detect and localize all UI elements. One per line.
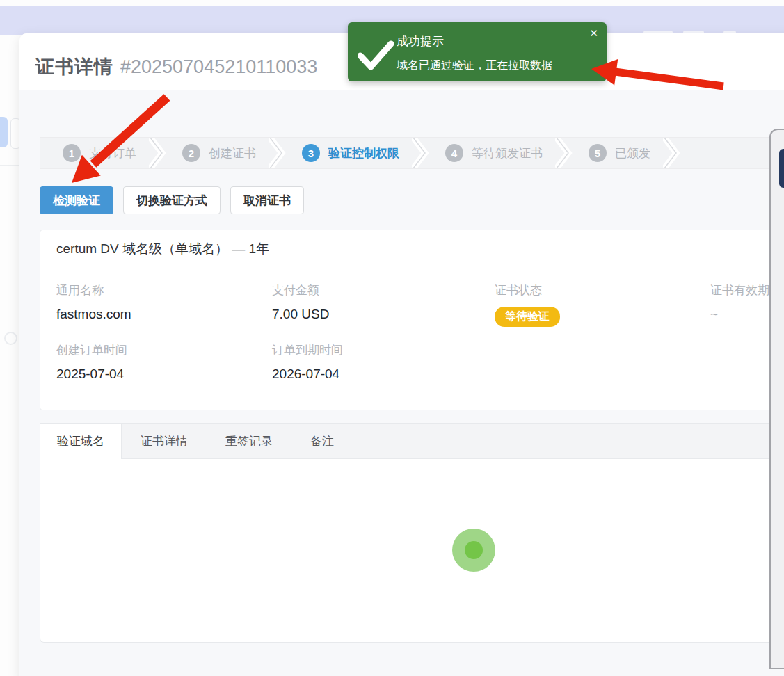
step-number-badge: 3: [302, 144, 320, 162]
field-payment-amount: 支付金额 7.00 USD: [272, 282, 495, 327]
switch-verification-method-button[interactable]: 切换验证方式: [123, 186, 221, 214]
modal-body: 1 支付订单 2 创建证书 3 验证控制权限 4 等待颁发证书: [19, 90, 784, 643]
background-page-artifact: [0, 117, 8, 147]
field-order-created: 创建订单时间 2025-07-04: [56, 342, 272, 382]
tab-resign-records[interactable]: 重签记录: [207, 423, 291, 459]
step-wait-issue: 4 等待颁发证书: [430, 144, 543, 162]
modal-title: 证书详情: [35, 56, 113, 77]
step-issued: 5 已颁发: [573, 144, 650, 162]
step-number-badge: 5: [589, 144, 607, 162]
background-page-artifact: [0, 198, 19, 198]
chevron-separator-icon: [149, 137, 167, 169]
check-icon: [358, 40, 394, 71]
side-widget-button[interactable]: [779, 149, 784, 188]
field-order-expiry: 订单到期时间 2026-07-04: [272, 342, 495, 382]
check-verification-button[interactable]: 检测验证: [40, 186, 113, 214]
step-pay-order: 1 支付订单: [40, 144, 136, 162]
certificate-fields: 通用名称 fastmos.com 支付金额 7.00 USD 证书状态 等待验证…: [40, 268, 784, 382]
chevron-separator-icon: [555, 137, 573, 169]
step-verify-control: 3 验证控制权限: [287, 144, 399, 162]
toast-message: 域名已通过验证，正在拉取数据: [397, 58, 552, 73]
close-icon[interactable]: ✕: [589, 28, 598, 38]
certificate-info-card: certum DV 域名级（单域名） — 1年 通用名称 fastmos.com…: [40, 230, 784, 410]
tabs-filler: [353, 423, 784, 459]
chevron-separator-icon: [663, 137, 681, 169]
chevron-separator-icon: [412, 137, 430, 169]
product-title: certum DV 域名级（单域名） — 1年: [40, 230, 784, 268]
step-create-cert: 2 创建证书: [167, 144, 256, 162]
tab-certificate-detail[interactable]: 证书详情: [122, 423, 207, 459]
tab-remarks[interactable]: 备注: [291, 423, 353, 459]
certificate-detail-modal: 证书详情#202507045210110033 1 支付订单 2 创建证书 3 …: [19, 33, 784, 676]
chevron-separator-icon: [269, 137, 287, 169]
order-number: #202507045210110033: [120, 56, 317, 77]
tab-content-panel: [40, 458, 784, 643]
step-wizard: 1 支付订单 2 创建证书 3 验证控制权限 4 等待颁发证书: [40, 137, 784, 169]
background-page-artifact: [4, 332, 17, 345]
right-floating-panel: [769, 129, 784, 669]
step-number-badge: 4: [445, 144, 463, 162]
page: 证书详情#202507045210110033 1 支付订单 2 创建证书 3 …: [0, 0, 784, 676]
detail-tabs: 验证域名 证书详情 重签记录 备注: [40, 423, 784, 459]
tab-verify-domain[interactable]: 验证域名: [40, 423, 122, 459]
step-number-badge: 1: [63, 144, 81, 162]
status-badge: 等待验证: [495, 307, 560, 327]
cancel-certificate-button[interactable]: 取消证书: [230, 186, 304, 214]
toast-title: 成功提示: [397, 33, 444, 49]
field-certificate-status: 证书状态 等待验证: [495, 282, 710, 327]
action-button-row: 检测验证 切换验证方式 取消证书: [40, 186, 784, 214]
loading-spinner-icon: [452, 529, 495, 572]
field-common-name: 通用名称 fastmos.com: [56, 282, 272, 327]
success-toast: 成功提示 域名已通过验证，正在拉取数据 ✕: [348, 22, 607, 81]
background-page-artifact: [0, 165, 19, 166]
step-number-badge: 2: [182, 144, 200, 162]
